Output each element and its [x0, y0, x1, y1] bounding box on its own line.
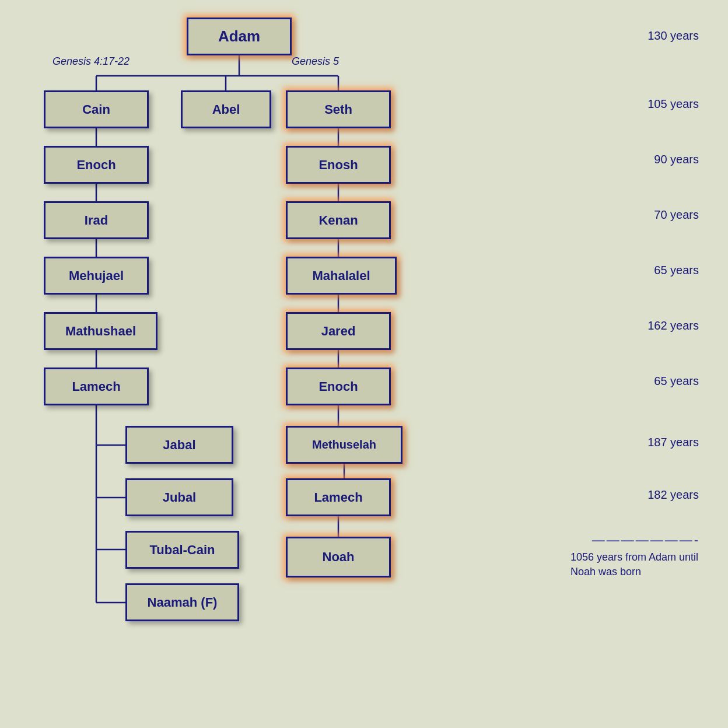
- node-methuselah: Methuselah: [286, 426, 402, 464]
- node-lamech-cain: Lamech: [44, 368, 149, 405]
- node-abel: Abel: [181, 90, 271, 128]
- node-naamah: Naamah (F): [125, 583, 239, 621]
- node-lamech-seth: Lamech: [286, 478, 391, 516]
- years-enosh: 90 years: [654, 153, 699, 166]
- node-mehujael: Mehujael: [44, 257, 149, 295]
- node-irad: Irad: [44, 201, 149, 239]
- node-mathushael: Mathushael: [44, 312, 158, 350]
- node-kenan: Kenan: [286, 201, 391, 239]
- page: Adam Cain Abel Seth Enoch Enosh Irad Ken…: [0, 0, 728, 728]
- node-mahalalel: Mahalalel: [286, 257, 397, 295]
- node-seth: Seth: [286, 90, 391, 128]
- years-note: 1056 years from Adam until Noah was born: [570, 550, 699, 579]
- node-enoch-cain: Enoch: [44, 146, 149, 184]
- node-adam: Adam: [187, 18, 292, 55]
- node-enoch-seth: Enoch: [286, 368, 391, 405]
- node-noah: Noah: [286, 537, 391, 578]
- years-kenan: 70 years: [654, 208, 699, 222]
- genesis-right-label: Genesis 5: [292, 55, 339, 68]
- years-lamech: 182 years: [648, 488, 699, 502]
- node-jabal: Jabal: [125, 426, 233, 464]
- years-adam: 130 years: [648, 29, 699, 43]
- node-jared: Jared: [286, 312, 391, 350]
- years-seth: 105 years: [648, 97, 699, 111]
- node-cain: Cain: [44, 90, 149, 128]
- years-jared: 162 years: [648, 319, 699, 332]
- node-jubal: Jubal: [125, 478, 233, 516]
- node-enosh: Enosh: [286, 146, 391, 184]
- years-enoch: 65 years: [654, 374, 699, 388]
- years-dashes: ———————-: [592, 533, 700, 548]
- node-tubal-cain: Tubal-Cain: [125, 531, 239, 569]
- genesis-left-label: Genesis 4:17-22: [52, 55, 130, 68]
- years-mahalalel: 65 years: [654, 264, 699, 277]
- years-methuselah: 187 years: [648, 436, 699, 449]
